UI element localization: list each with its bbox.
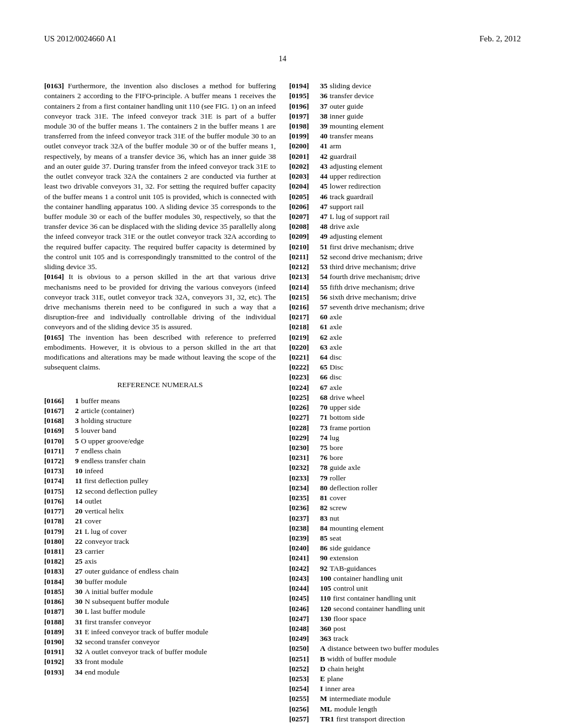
reference-pnum: [0229] xyxy=(289,433,320,443)
reference-body: 71bottom side xyxy=(320,413,365,422)
reference-pnum: [0198] xyxy=(289,121,320,131)
para-text: Furthermore, the invention also disclose… xyxy=(44,82,276,271)
reference-pnum: [0191] xyxy=(44,647,75,657)
reference-body: 9endless transfer chain xyxy=(75,456,146,466)
reference-pnum: [0243] xyxy=(289,574,320,584)
reference-body: 37outer guide xyxy=(320,101,364,111)
reference-pnum: [0201] xyxy=(289,152,320,162)
reference-line: [0255]Mintermediate module xyxy=(289,694,521,704)
reference-text: floor space xyxy=(333,614,366,623)
reference-text: carrier xyxy=(85,547,104,555)
reference-key: 43 xyxy=(320,162,328,170)
reference-text: transfer means xyxy=(330,132,374,140)
reference-text: bore xyxy=(330,443,343,452)
reference-pnum: [0172] xyxy=(44,456,75,466)
reference-key: 90 xyxy=(320,554,328,562)
reference-text: frame portion xyxy=(330,424,371,432)
reference-text: control unit xyxy=(333,584,368,592)
reference-line: [0233]79roller xyxy=(289,473,521,483)
reference-body: 42guardrail xyxy=(320,152,356,162)
reference-body: 47support rail xyxy=(320,202,364,212)
reference-line: [0173]10infeed xyxy=(44,466,276,476)
reference-key: 44 xyxy=(320,172,328,180)
reference-key: 35 xyxy=(320,82,328,90)
reference-body: Adistance between two buffer modules xyxy=(320,644,439,654)
reference-body: 14outlet xyxy=(75,496,102,506)
reference-body: 1buffer means xyxy=(75,396,120,406)
reference-key: 22 xyxy=(75,537,83,545)
reference-body: 49adjusting element xyxy=(320,232,382,242)
reference-text: Disc xyxy=(330,363,344,371)
reference-line: [0168]3holding structure xyxy=(44,416,276,426)
reference-body: MLmodule length xyxy=(320,704,377,714)
reference-key: 30 xyxy=(75,597,83,606)
reference-pnum: [0178] xyxy=(44,516,75,526)
reference-body: 32A outlet conveyor track of buffer modu… xyxy=(75,647,207,657)
reference-body: 43adjusting element xyxy=(320,162,382,172)
reference-text: post xyxy=(333,624,346,633)
reference-key: D xyxy=(320,665,326,673)
publication-number: US 2012/0024660 A1 xyxy=(44,33,116,44)
reference-line: [0214]55fifth drive mechanism; drive xyxy=(289,282,521,292)
reference-key: 54 xyxy=(320,272,328,281)
reference-text: conveyor track xyxy=(85,537,130,545)
reference-pnum: [0227] xyxy=(289,413,320,422)
reference-pnum: [0175] xyxy=(44,486,75,496)
reference-text: arm xyxy=(330,142,342,150)
reference-body: 75bore xyxy=(320,443,343,453)
reference-text: L last buffer module xyxy=(85,607,146,615)
reference-body: Eplane xyxy=(320,674,343,684)
reference-pnum: [0211] xyxy=(289,252,320,262)
reference-text: buffer means xyxy=(81,397,120,405)
reference-pnum: [0230] xyxy=(289,443,320,453)
reference-text: article (container) xyxy=(81,406,134,415)
reference-key: 86 xyxy=(320,544,328,552)
reference-text: first transfer conveyor xyxy=(85,618,151,626)
reference-body: 32second transfer conveyor xyxy=(75,637,159,647)
reference-line: [0222]65Disc xyxy=(289,362,521,372)
reference-pnum: [0208] xyxy=(289,222,320,232)
reference-pnum: [0217] xyxy=(289,312,320,322)
reference-body: 92TAB-guidances xyxy=(320,564,376,574)
paragraph-0164: [0164] It is obvious to a person skilled… xyxy=(44,272,276,332)
reference-pnum: [0194] xyxy=(289,81,320,91)
reference-pnum: [0235] xyxy=(289,493,320,503)
reference-pnum: [0240] xyxy=(289,543,320,553)
reference-key: 23 xyxy=(75,547,83,555)
reference-key: 31 xyxy=(75,618,83,626)
reference-text: axle xyxy=(330,343,343,351)
reference-line: [0225]68drive wheel xyxy=(289,393,521,403)
reference-body: 38inner guide xyxy=(320,111,364,121)
reference-line: [0166]1buffer means xyxy=(44,396,276,406)
reference-text: upper side xyxy=(330,403,361,411)
reference-pnum: [0177] xyxy=(44,506,75,516)
reference-key: 61 xyxy=(320,323,328,331)
reference-body: 56sixth drive mechanism; drive xyxy=(320,292,417,302)
reference-line: [0201]42guardrail xyxy=(289,152,521,162)
reference-pnum: [0185] xyxy=(44,587,75,597)
reference-body: 80deflection roller xyxy=(320,483,377,493)
reference-body: 66disc xyxy=(320,372,342,382)
reference-line: [0220]63axle xyxy=(289,342,521,352)
reference-text: axle xyxy=(330,323,343,331)
reference-text: width of buffer module xyxy=(327,655,396,663)
reference-line: [0195]36transfer device xyxy=(289,91,521,101)
reference-text: first drive mechanism; drive xyxy=(330,243,414,251)
reference-body: 61axle xyxy=(320,322,342,332)
reference-pnum: [0171] xyxy=(44,446,75,456)
reference-key: M xyxy=(320,694,327,703)
reference-line: [0227]71bottom side xyxy=(289,413,521,422)
reference-text: endless transfer chain xyxy=(81,457,146,465)
reference-line: [0213]54fourth drive mechanism; drive xyxy=(289,272,521,282)
reference-key: 45 xyxy=(320,182,328,190)
reference-key: 70 xyxy=(320,403,328,411)
reference-text: seat xyxy=(330,534,342,542)
reference-text: first deflection pulley xyxy=(84,477,148,485)
reference-text: infeed xyxy=(85,467,104,475)
reference-line: [0242]92TAB-guidances xyxy=(289,564,521,574)
reference-key: 9 xyxy=(75,457,79,465)
reference-body: 27outer guidance of endless chain xyxy=(75,566,179,576)
reference-pnum: [0184] xyxy=(44,577,75,587)
reference-pnum: [0169] xyxy=(44,426,75,436)
reference-pnum: [0168] xyxy=(44,416,75,426)
